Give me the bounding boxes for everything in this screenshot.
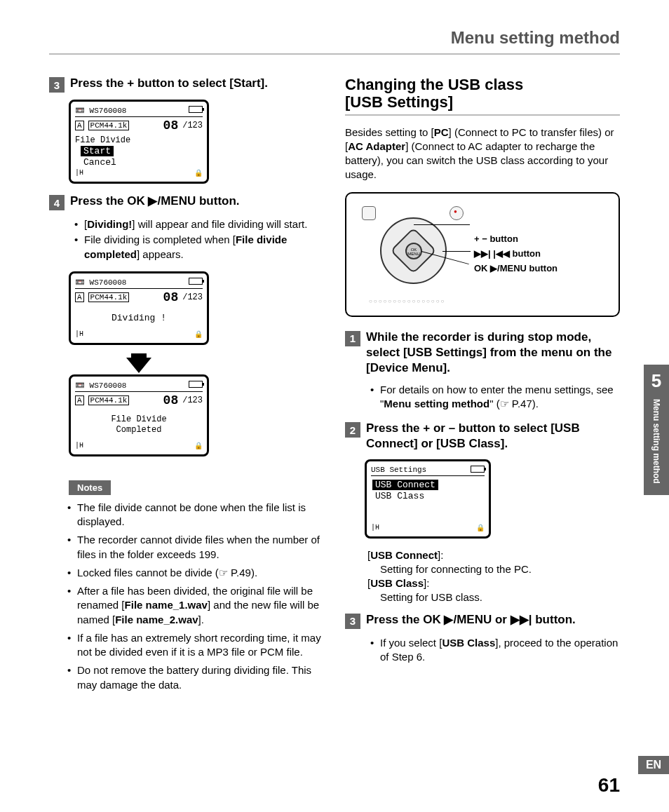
device-diagram: OKMENU ○○○○○○○○○○○○○○○○ + − button ▶▶| |… bbox=[345, 192, 620, 317]
t: A bbox=[75, 292, 84, 302]
note-item: If a file has an extremely short recordi… bbox=[77, 631, 324, 660]
t: – bbox=[449, 421, 455, 435]
t: Press the bbox=[70, 194, 127, 208]
step-text: Press the + button to select [Start]. bbox=[70, 76, 268, 91]
t: WS760008 bbox=[90, 278, 127, 287]
t: Setting for connecting to the PC. bbox=[367, 562, 620, 576]
t: ▶▶| bbox=[511, 613, 532, 626]
page-header: Menu setting method bbox=[0, 0, 669, 53]
t: OK ▶/MENU bbox=[423, 613, 492, 626]
label-ok-menu: OK ▶/MENU button bbox=[474, 262, 558, 276]
step-4-left: 4 Press the OK ▶/MENU button. bbox=[49, 194, 324, 210]
t: or bbox=[430, 421, 448, 435]
lcd-screen-dividing: 📼 WS760008 APCM44.1k08/123 Dividing ! |H… bbox=[69, 271, 209, 345]
right-column: Changing the USB class [USB Settings] Be… bbox=[345, 76, 620, 696]
description-block: [USB Connect]: Setting for connecting to… bbox=[345, 548, 620, 605]
device-image: OKMENU ○○○○○○○○○○○○○○○○ bbox=[355, 202, 460, 307]
t: Press the bbox=[366, 421, 423, 435]
t: USB Class bbox=[370, 577, 424, 589]
label-plus-minus: + − button bbox=[474, 232, 558, 247]
lcd-screen-completed: 📼 WS760008 APCM44.1k08/123 File DivideCo… bbox=[69, 374, 209, 456]
step-number: 2 bbox=[345, 422, 360, 438]
t: button. bbox=[196, 194, 239, 208]
option: USB Class bbox=[372, 491, 427, 501]
t: ] or [ bbox=[414, 437, 440, 450]
step-3-right: 3 Press the OK ▶/MENU or ▶▶| button. bbox=[345, 612, 620, 629]
t: " (☞ P.47). bbox=[489, 398, 539, 410]
t: USB Class bbox=[442, 637, 495, 649]
step-2-right: 2 Press the + or – button to select [USB… bbox=[345, 421, 620, 452]
t: ]. bbox=[198, 614, 204, 625]
t: + bbox=[423, 421, 430, 435]
step-text: Press the OK ▶/MENU button. bbox=[70, 194, 240, 209]
lcd-screen-usb-settings: USB Settings USB Connect USB Class |H🔒 bbox=[365, 459, 491, 539]
t: 123 bbox=[187, 395, 203, 405]
t: Press the bbox=[366, 613, 423, 626]
t: USB Class bbox=[440, 437, 501, 450]
step-number: 4 bbox=[49, 195, 65, 210]
t: AC Adapter bbox=[348, 140, 405, 152]
t: USB Connect bbox=[370, 549, 438, 561]
t: File dividing is completed when [ bbox=[84, 234, 236, 245]
note-item: Do not remove the battery during dividin… bbox=[77, 663, 324, 692]
step-text: Press the + or – button to select [USB C… bbox=[366, 421, 620, 452]
step-3-bullets: If you select [USB Class], proceed to th… bbox=[345, 636, 620, 665]
selected-option: Start bbox=[81, 146, 114, 156]
t: ] appears. bbox=[137, 248, 184, 260]
note-item: The file divide cannot be done when the … bbox=[77, 501, 324, 529]
t: Press the bbox=[70, 76, 127, 90]
t: USB Settings bbox=[407, 346, 483, 359]
t: File name_2.wav bbox=[115, 614, 198, 625]
t: Changing the USB class bbox=[345, 76, 523, 93]
t: WS760008 bbox=[90, 107, 127, 115]
step-number: 3 bbox=[49, 77, 65, 93]
t: A bbox=[75, 395, 84, 405]
t: PCM44.1k bbox=[88, 395, 130, 405]
step-number: 3 bbox=[345, 614, 360, 629]
selected-option: USB Connect bbox=[372, 480, 438, 490]
t: Dividing! bbox=[87, 218, 132, 230]
t: Menu setting method bbox=[384, 398, 489, 410]
t: USB Settings bbox=[371, 466, 426, 474]
t: ]. bbox=[443, 361, 450, 374]
intro-paragraph: Besides setting to [PC] (Connect to PC t… bbox=[345, 126, 620, 182]
t: Besides setting to [ bbox=[345, 126, 434, 138]
step-text: Press the OK ▶/MENU or ▶▶| button. bbox=[366, 612, 576, 628]
notes-heading: Notes bbox=[69, 480, 111, 495]
t: 08 bbox=[163, 290, 179, 304]
note-item: The recorder cannot divide files when th… bbox=[77, 533, 324, 562]
page-number: 61 bbox=[598, 774, 620, 797]
note-item: After a file has been divided, the origi… bbox=[77, 584, 324, 627]
t: ]: bbox=[424, 577, 429, 589]
t: ]. bbox=[501, 437, 508, 450]
section-title: Changing the USB class [USB Settings] bbox=[345, 76, 620, 111]
t: 08 bbox=[163, 119, 179, 133]
step-4-bullets: [Dividing!] will appear and file dividin… bbox=[49, 217, 324, 262]
t: File Divide bbox=[111, 414, 166, 424]
step-1-right: 1 While the recorder is during stop mode… bbox=[345, 330, 620, 376]
t: File name_1.wav bbox=[125, 599, 208, 611]
label-skip: ▶▶| |◀◀ button bbox=[474, 247, 558, 262]
t: PC bbox=[434, 126, 449, 138]
chapter-tab: 5 Menu setting method bbox=[644, 365, 669, 495]
t: PCM44.1k bbox=[88, 292, 130, 302]
t: ]: bbox=[438, 549, 443, 561]
chapter-title: Menu setting method bbox=[651, 399, 661, 484]
t: Setting for USB class. bbox=[367, 590, 620, 604]
t: button to select [ bbox=[134, 76, 234, 90]
header-rule bbox=[49, 53, 620, 55]
t: OK ▶/MENU bbox=[127, 194, 196, 208]
t: Device Menu bbox=[370, 361, 443, 374]
t: PCM44.1k bbox=[88, 121, 130, 130]
t: 123 bbox=[187, 121, 203, 130]
step-number: 1 bbox=[345, 331, 360, 346]
t: WS760008 bbox=[90, 381, 127, 390]
t: Completed bbox=[116, 425, 162, 435]
t: ] will appear and file dividing will sta… bbox=[132, 218, 307, 230]
notes-list: The file divide cannot be done when the … bbox=[49, 501, 324, 692]
t: button to select [ bbox=[455, 421, 555, 435]
option: Cancel bbox=[81, 157, 119, 168]
step-1-bullets: For details on how to enter the menu set… bbox=[345, 383, 620, 412]
t: button. bbox=[532, 613, 575, 626]
step-text: While the recorder is during stop mode, … bbox=[366, 330, 620, 376]
